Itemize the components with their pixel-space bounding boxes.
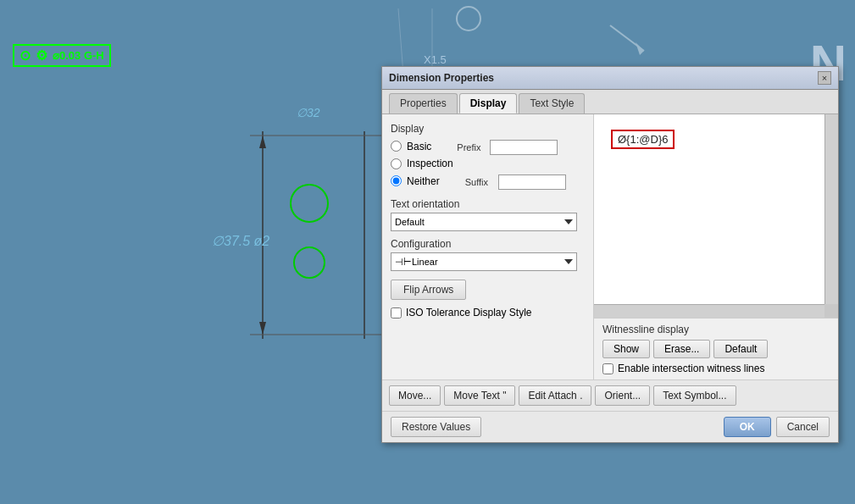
svg-marker-2 — [259, 136, 266, 148]
orient-button[interactable]: Orient... — [595, 385, 650, 406]
svg-text:X1.5: X1.5 — [424, 53, 447, 66]
prefix-label: Prefix — [457, 142, 486, 152]
annotation-text: ⌀0.03 G-H — [53, 49, 104, 62]
dialog-content: Display Basic Prefix In — [382, 114, 838, 379]
radio-inspection-row: Inspection — [391, 158, 453, 169]
move-button[interactable]: Move... — [389, 385, 441, 406]
text-orientation-dropdown[interactable]: Default Horizontal Vertical Aligned — [391, 213, 577, 231]
enable-intersection-label: Enable intersection witness lines — [618, 363, 764, 374]
svg-marker-15 — [636, 42, 644, 55]
display-section: Display Basic Prefix In — [391, 123, 585, 190]
configuration-dropdown[interactable]: ⊣⊢Linear Angular Radial — [391, 252, 577, 271]
right-panel: Ø{1:@D}6 Witnessline display Show Erase.… — [594, 114, 838, 379]
iso-tolerance-checkbox[interactable] — [391, 307, 402, 318]
display-section-label: Display — [391, 123, 585, 135]
dialog-title: Dimension Properties — [389, 72, 494, 84]
radio-basic-row: Basic — [391, 141, 431, 152]
tab-properties[interactable]: Properties — [389, 93, 458, 114]
preview-dim-display: Ø{1:@D}6 — [611, 130, 675, 149]
gear-icon: ⚙ — [36, 47, 47, 64]
restore-values-button[interactable]: Restore Values — [391, 417, 481, 437]
radio-neither-label: Neither — [407, 175, 440, 187]
tab-display[interactable]: Display — [459, 93, 518, 114]
witnessline-buttons: Show Erase... Default — [602, 340, 830, 358]
svg-point-8 — [294, 247, 325, 278]
radio-neither-row: Neither — [391, 175, 440, 187]
cancel-button[interactable]: Cancel — [776, 417, 830, 437]
edit-attach-button[interactable]: Edit Attach . — [519, 385, 591, 406]
dialog-footer: Restore Values OK Cancel — [382, 411, 838, 442]
text-orientation-label: Text orientation — [391, 198, 585, 210]
enable-intersection-checkbox[interactable] — [602, 363, 613, 374]
enable-intersection-row: Enable intersection witness lines — [602, 363, 830, 374]
flip-arrows-button[interactable]: Flip Arrows — [391, 280, 466, 300]
preview-area: Ø{1:@D}6 — [594, 114, 838, 318]
configuration-section: Configuration ⊣⊢Linear Angular Radial — [391, 238, 585, 271]
radio-basic[interactable] — [391, 141, 402, 152]
footer-right-buttons: OK Cancel — [724, 417, 830, 437]
prefix-input[interactable] — [490, 140, 558, 155]
text-symbol-button[interactable]: Text Symbol... — [653, 385, 736, 406]
svg-point-7 — [291, 185, 328, 222]
move-text-button[interactable]: Move Text " — [444, 385, 515, 406]
tab-text-style[interactable]: Text Style — [519, 93, 585, 114]
suffix-input[interactable] — [498, 174, 566, 190]
svg-text:∅37.5 ø2: ∅37.5 ø2 — [212, 234, 269, 248]
radio-inspection[interactable] — [391, 158, 402, 169]
ok-button[interactable]: OK — [724, 417, 771, 437]
witnessline-title: Witnessline display — [602, 324, 830, 335]
tab-bar: Properties Display Text Style — [382, 90, 838, 114]
witnessline-erase-button[interactable]: Erase... — [653, 340, 710, 358]
configuration-label: Configuration — [391, 238, 585, 250]
svg-point-13 — [457, 7, 480, 30]
preview-scrollbar-horizontal[interactable] — [594, 304, 824, 318]
radio-basic-label: Basic — [407, 141, 431, 152]
witnessline-section: Witnessline display Show Erase... Defaul… — [594, 318, 838, 379]
svg-marker-3 — [259, 322, 266, 335]
preview-text-box: Ø{1:@D}6 — [611, 130, 675, 149]
text-orientation-section: Text orientation Default Horizontal Vert… — [391, 198, 585, 231]
cad-annotation-box: ⊙ ⚙ ⌀0.03 G-H — [13, 44, 111, 67]
iso-tolerance-row: ISO Tolerance Display Style — [391, 307, 585, 318]
iso-tolerance-label: ISO Tolerance Display Style — [406, 307, 532, 318]
witnessline-default-button[interactable]: Default — [713, 340, 768, 358]
scrollbar-corner — [824, 304, 838, 318]
suffix-label: Suffix — [465, 177, 495, 187]
action-bar: Move... Move Text " Edit Attach . Orient… — [382, 379, 838, 411]
dialog-titlebar: Dimension Properties × — [382, 67, 838, 90]
left-panel: Display Basic Prefix In — [382, 114, 594, 379]
close-button[interactable]: × — [818, 71, 831, 85]
dimension-properties-dialog: Dimension Properties × Properties Displa… — [381, 66, 839, 443]
svg-text:∅32: ∅32 — [297, 106, 320, 119]
radio-inspection-label: Inspection — [407, 158, 453, 169]
radio-neither[interactable] — [391, 175, 402, 186]
circle-icon: ⊙ — [19, 47, 31, 64]
preview-scrollbar-vertical[interactable] — [824, 114, 838, 304]
witnessline-show-button[interactable]: Show — [602, 340, 650, 358]
